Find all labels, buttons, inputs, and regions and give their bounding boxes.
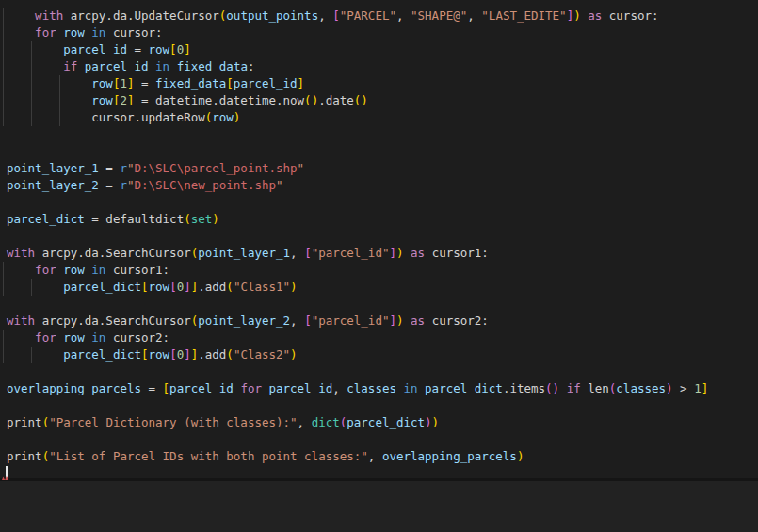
- code-token: point_layer_2: [198, 314, 290, 328]
- code-token: cursor:: [105, 25, 162, 40]
- indent-guide: [3, 41, 4, 58]
- code-token: ): [290, 347, 298, 362]
- code-token: fixed_data: [155, 76, 226, 90]
- code-line-10: point_layer_1 = r"D:\SLC\parcel_point.sh…: [0, 160, 758, 177]
- code-token: fixed_data: [177, 59, 248, 73]
- code-token: [169, 59, 177, 73]
- code-token: in: [404, 381, 418, 395]
- code-token: row: [149, 280, 170, 294]
- code-token: parcel_dict: [7, 212, 85, 226]
- code-token: >: [673, 381, 695, 395]
- indent-guide: [31, 92, 32, 109]
- code-token: =: [99, 178, 121, 192]
- code-line-14: [0, 228, 758, 245]
- code-line-4: if parcel_id in fixed_data:: [0, 58, 758, 75]
- code-line-18: [0, 296, 758, 313]
- code-token: D:\SLC\new_point.shp: [134, 178, 276, 192]
- code-token: "SHAPE@": [411, 8, 467, 23]
- code-token: .add: [198, 347, 226, 362]
- code-token: "parcel_id": [312, 314, 390, 328]
- indent-guide: [31, 279, 32, 296]
- code-token: row: [63, 25, 85, 40]
- code-token: as: [588, 8, 602, 23]
- code-token: cursor1:: [105, 263, 169, 277]
- code-token: row: [63, 330, 85, 345]
- code-token: [7, 42, 63, 56]
- code-token: point_layer_1: [7, 161, 99, 175]
- code-token: row: [149, 42, 170, 56]
- code-token: "Class2": [234, 347, 290, 362]
- code-token: = datetime.datetime.now: [134, 93, 304, 107]
- code-token: as: [411, 314, 425, 328]
- code-token: = defaultdict: [85, 212, 184, 226]
- indent-guide: [59, 109, 60, 126]
- code-token: :: [248, 59, 255, 73]
- code-line-23: overlapping_parcels = [parcel_id for par…: [0, 380, 758, 397]
- indent-guide: [31, 58, 32, 75]
- code-token: print: [7, 449, 42, 463]
- code-token: ]: [184, 347, 191, 362]
- code-token: [: [332, 8, 340, 23]
- code-line-1: with arcpy.da.UpdateCursor(output_points…: [0, 8, 758, 24]
- code-token: "parcel_id": [312, 246, 390, 260]
- code-editor[interactable]: with arcpy.da.UpdateCursor(output_points…: [0, 0, 758, 480]
- indent-guide: [3, 92, 4, 109]
- code-line-8: [0, 126, 758, 143]
- code-token: [: [226, 76, 234, 90]
- code-token: row: [91, 76, 113, 90]
- code-token: with: [35, 8, 63, 23]
- code-token: overlapping_parcels: [7, 381, 141, 395]
- code-token: ,: [467, 8, 481, 23]
- code-token: ,: [318, 8, 332, 23]
- code-token: parcel_id: [63, 42, 127, 56]
- code-token: parcel_dict: [347, 415, 425, 429]
- code-token: [7, 110, 91, 124]
- code-token: cursor1:: [425, 246, 489, 260]
- code-token: "LAST_EDITE": [481, 8, 566, 23]
- code-token: ,: [332, 381, 347, 395]
- code-token: (: [226, 280, 234, 294]
- code-token: [77, 59, 85, 73]
- code-line-24: [0, 397, 758, 414]
- code-line-16: for row in cursor1:: [0, 262, 758, 279]
- code-token: in: [155, 59, 169, 73]
- code-token: classes: [347, 381, 396, 395]
- code-token: (): [545, 381, 559, 395]
- code-token: ): [234, 110, 241, 124]
- code-token: in: [91, 25, 105, 40]
- code-token: 2: [120, 93, 127, 107]
- code-token: cursor2:: [105, 330, 169, 345]
- code-token: ,: [396, 8, 411, 23]
- code-token: (): [354, 93, 368, 107]
- code-token: ): [573, 8, 581, 23]
- code-token: [: [304, 246, 312, 260]
- code-line-15: with arcpy.da.SearchCursor(point_layer_1…: [0, 245, 758, 262]
- code-token: ): [290, 280, 298, 294]
- indent-guide: [3, 58, 4, 75]
- code-token: ": [276, 178, 283, 192]
- code-token: cursor2:: [425, 314, 489, 328]
- code-token: [396, 381, 404, 395]
- code-line-19: with arcpy.da.SearchCursor(point_layer_2…: [0, 313, 758, 330]
- code-token: 1: [694, 381, 702, 395]
- code-token: cursor:: [602, 8, 658, 23]
- code-token: ]: [389, 246, 396, 260]
- code-line-20: for row in cursor2:: [0, 330, 758, 347]
- editor-empty-area: [0, 481, 758, 532]
- code-token: [7, 280, 63, 294]
- code-token: arcpy.da.SearchCursor: [35, 314, 191, 328]
- code-token: "Parcel Dictionary (with classes):": [49, 415, 297, 429]
- code-token: ): [396, 246, 404, 260]
- code-token: set: [191, 212, 213, 226]
- code-line-25: print("Parcel Dictionary (with classes):…: [0, 414, 758, 431]
- code-token: .add: [198, 280, 226, 294]
- code-token: len: [588, 381, 609, 395]
- indent-guide: [31, 75, 32, 92]
- code-token: =: [134, 76, 155, 90]
- code-token: with: [7, 246, 35, 260]
- code-line-21: parcel_dict[row[0]].add("Class2"): [0, 347, 758, 363]
- code-token: [7, 8, 35, 23]
- code-token: arcpy.da.UpdateCursor: [63, 8, 219, 23]
- indent-guide: [3, 279, 4, 296]
- code-token: [418, 381, 426, 395]
